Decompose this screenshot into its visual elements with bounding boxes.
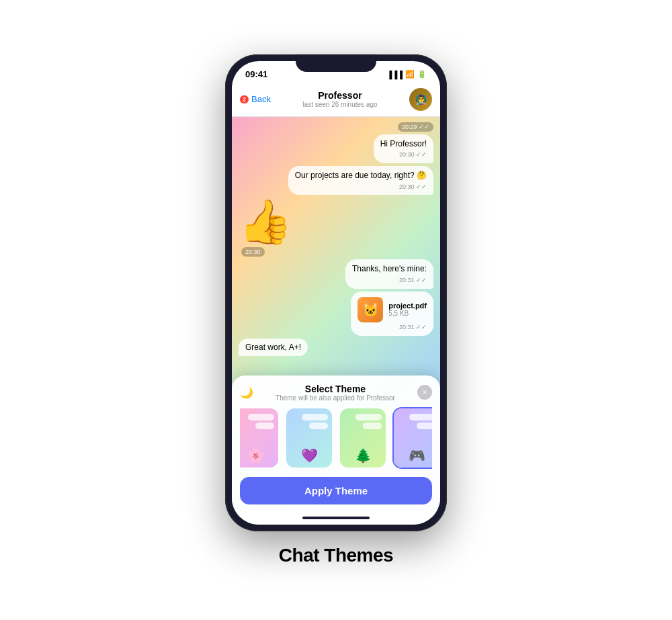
message-time: 20:30 ✓✓ (295, 183, 427, 191)
chat-header: 2 Back Professor last seen 26 minutes ag… (232, 85, 440, 117)
message-time: 20:31 ✓✓ (358, 324, 427, 330)
theme-pill (248, 414, 274, 420)
message-time: 20:30 ✓✓ (380, 150, 427, 159)
theme-bg-2: 💜 (286, 408, 332, 468)
file-icon: 🐱 (358, 297, 383, 322)
theme-panel-header: 🌙 Select Theme Theme will be also applie… (240, 384, 432, 402)
last-seen: last seen 26 minutes ago (271, 101, 409, 108)
message-bubble: Thanks, here's mine: 20:31 ✓✓ (345, 259, 433, 288)
theme-title-block: Select Theme Theme will be also applied … (253, 384, 417, 402)
theme-pill (302, 414, 328, 420)
theme-bg-1: 🌸 (240, 408, 278, 468)
message-text: Our projects are due today, right? 🤔 (295, 170, 427, 181)
header-center: Professor last seen 26 minutes ago (271, 90, 409, 108)
apply-theme-button[interactable]: Apply Theme (240, 477, 432, 504)
message-bubble: Our projects are due today, right? 🤔 20:… (288, 166, 433, 195)
theme-option-3[interactable]: 🌲 (339, 407, 387, 469)
message-text: Great work, A+! (245, 343, 301, 352)
home-indicator (232, 511, 440, 525)
wifi-icon: 📶 (405, 70, 415, 79)
theme-pill (363, 423, 382, 429)
file-row: 🐱 project.pdf 5,5 KB (358, 297, 427, 322)
message-bubble: Hi Professor! 20:30 ✓✓ (374, 134, 433, 163)
theme-pill (417, 423, 432, 429)
theme-pill (355, 414, 382, 420)
theme-bg-3: 🌲 (340, 408, 386, 468)
theme-select-subtitle: Theme will be also applied for Professor (253, 394, 417, 402)
theme-bubbles-3 (344, 414, 382, 429)
theme-emoji-4: 🎮 (409, 447, 425, 463)
theme-option-2[interactable]: 💜 (285, 407, 333, 469)
theme-bubbles-4 (398, 414, 432, 429)
theme-options: 🌸 💜 (240, 407, 432, 469)
theme-close-button[interactable]: × (417, 385, 432, 400)
theme-pill (309, 423, 328, 429)
sticker-thumbsup: 👍 (239, 200, 292, 243)
back-button[interactable]: 2 Back (240, 94, 271, 104)
back-label: Back (251, 94, 271, 104)
theme-emoji-2: 💜 (301, 447, 318, 463)
partial-message: Great work, A+! (239, 339, 308, 356)
home-bar (302, 517, 370, 519)
time-badge: 20:29 ✓✓ (398, 122, 433, 132)
theme-option-4[interactable]: 🎮 (392, 407, 432, 469)
file-bubble: 🐱 project.pdf 5,5 KB 20:31 ✓✓ (351, 292, 433, 336)
phone-frame: 09:41 ▐▐▐ 📶 🔋 2 Back Professor last seen… (225, 54, 447, 531)
back-badge: 2 (240, 95, 249, 103)
page-title: Chat Themes (279, 545, 393, 566)
page-wrapper: 09:41 ▐▐▐ 📶 🔋 2 Back Professor last seen… (0, 0, 672, 620)
theme-bg-4: 🎮 (394, 408, 432, 468)
theme-select-title: Select Theme (253, 384, 417, 394)
message-text: Thanks, here's mine: (352, 263, 427, 275)
status-time: 09:41 (245, 69, 267, 79)
avatar[interactable]: 👨‍🏫 (409, 88, 432, 111)
message-time: 20:31 ✓✓ (352, 276, 427, 285)
signal-icon: ▐▐▐ (387, 71, 403, 79)
theme-emoji-1: 🌸 (247, 447, 264, 463)
close-icon: × (422, 388, 427, 397)
theme-emoji-3: 🌲 (355, 447, 372, 463)
sticker-time: 20:30 (241, 247, 265, 257)
file-size: 5,5 KB (388, 310, 427, 317)
moon-icon: 🌙 (240, 386, 253, 399)
theme-bubbles-1 (240, 414, 274, 429)
theme-option-1[interactable]: 🌸 (240, 407, 280, 469)
theme-pill (255, 423, 274, 429)
status-icons: ▐▐▐ 📶 🔋 (387, 70, 427, 79)
phone-screen: 09:41 ▐▐▐ 📶 🔋 2 Back Professor last seen… (232, 61, 440, 525)
contact-name: Professor (271, 90, 409, 101)
notch (296, 54, 376, 72)
chat-area: 20:29 ✓✓ Hi Professor! 20:30 ✓✓ Our proj… (232, 117, 440, 511)
battery-icon: 🔋 (417, 70, 427, 79)
theme-bubbles-2 (290, 414, 328, 429)
message-text: Hi Professor! (380, 138, 427, 150)
file-info: project.pdf 5,5 KB (388, 302, 427, 317)
file-name: project.pdf (388, 302, 427, 310)
theme-pill (409, 414, 432, 420)
theme-panel: 🌙 Select Theme Theme will be also applie… (232, 375, 440, 511)
